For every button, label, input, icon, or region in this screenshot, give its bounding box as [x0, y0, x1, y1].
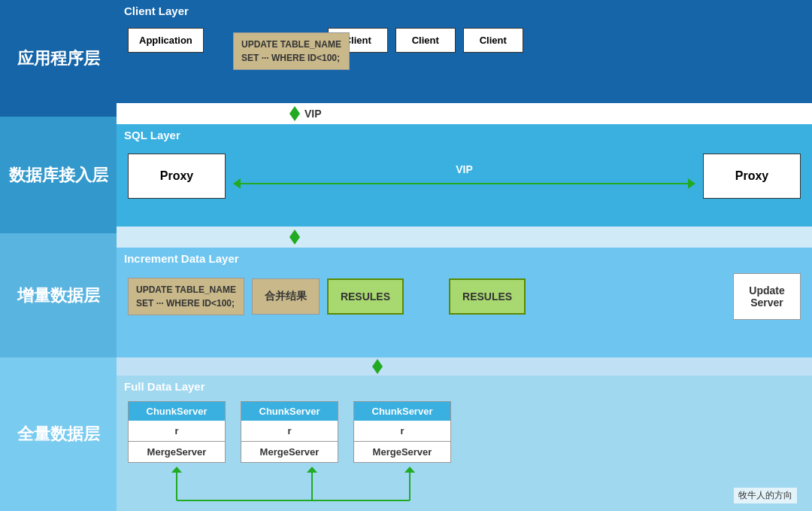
chunk-label-1: ChunkServer	[147, 406, 208, 417]
incr-inner: UPDATE TABLE_NAME SET ··· WHERE ID<100; …	[117, 269, 812, 324]
sql-tooltip-client: UPDATE TABLE_NAME SET ··· WHERE ID<100;	[233, 32, 350, 70]
vip-arrow-3	[372, 359, 383, 374]
full-label-text: 全量数据层	[17, 423, 100, 446]
merge-serve-1: MergeServer	[147, 442, 207, 462]
arrow-up-3	[372, 359, 383, 367]
resules-box-2: RESULES	[449, 278, 526, 315]
svg-marker-6	[404, 467, 415, 473]
main-container: 应用程序层 数据库接入层 增量数据层 全量数据层 Client Layer Ap…	[0, 0, 812, 511]
chunk-inner-1: r	[174, 421, 178, 441]
chunk-inner-label-2: r	[287, 425, 291, 436]
vip-arrow-2	[289, 230, 300, 245]
arrow-head-left	[233, 178, 241, 189]
proxy-box-2: Proxy	[703, 154, 801, 199]
merge-label: 合并结果	[265, 290, 307, 302]
proxy-box-1: Proxy	[128, 154, 226, 199]
chunk-inner-label-3: r	[400, 425, 404, 436]
chunk-server-1: ChunkServer r MergeServer	[128, 401, 226, 463]
sql-layer-title: SQL Layer	[117, 124, 812, 146]
incr-layer: Increment Data Layer UPDATE TABLE_NAME S…	[117, 248, 812, 357]
incr-label-text: 增量数据层	[17, 284, 100, 307]
chunk-label-2: ChunkServer	[259, 406, 320, 417]
vip-arrow-1	[289, 106, 300, 121]
vip-connector-2	[117, 227, 812, 248]
bottom-arrows-svg	[128, 467, 692, 504]
sql-layer: SQL Layer Proxy VIP Proxy	[117, 124, 812, 227]
vip-connector-1: VIP	[117, 103, 812, 124]
svg-marker-3	[307, 467, 317, 473]
merge-serve-2: MergeServer	[260, 442, 320, 462]
label-app: 应用程序层	[0, 0, 117, 117]
client-layer-title: Client Layer	[117, 0, 812, 22]
merge-box: 合并结果	[252, 278, 320, 315]
arrow-line-h	[241, 183, 688, 184]
label-incr: 增量数据层	[0, 233, 117, 357]
vip-middle: VIP	[233, 163, 695, 189]
client-box-3: Client	[463, 28, 523, 53]
incr-tooltip-line1: UPDATE TABLE_NAME	[136, 283, 236, 297]
chunk-top-1: ChunkServer	[129, 402, 225, 421]
incr-layer-title: Increment Data Layer	[117, 248, 812, 269]
client-inner: Application UPDATE TABLE_NAME SET ··· WH…	[117, 22, 812, 59]
chunk-server-2: ChunkServer r MergeServer	[241, 401, 338, 463]
left-labels: 应用程序层 数据库接入层 增量数据层 全量数据层	[0, 0, 117, 511]
update-server-box: UpdateServer	[733, 273, 801, 320]
label-db: 数据库接入层	[0, 117, 117, 233]
merge-serve-label-3: MergeServer	[373, 446, 432, 458]
resules-box-1: RESULES	[327, 278, 404, 315]
vip-horiz-label: VIP	[456, 163, 473, 175]
arrow-up-1	[289, 106, 300, 114]
arrow-down-3	[372, 367, 383, 374]
arrow-up-2	[289, 230, 300, 237]
vip-connector-3	[117, 357, 812, 376]
client-box-0: Application	[128, 28, 204, 53]
client-box-2: Client	[395, 28, 456, 53]
chunk-top-3: ChunkServer	[354, 402, 450, 421]
arrow-down-2	[289, 237, 300, 245]
arrow-down-1	[289, 114, 300, 121]
arrow-head-right	[688, 178, 695, 189]
merge-serve-label-2: MergeServer	[260, 446, 320, 458]
proxy2-label: Proxy	[735, 169, 768, 182]
incr-left-group: UPDATE TABLE_NAME SET ··· WHERE ID<100;	[128, 278, 244, 315]
merge-serve-3: MergeServer	[373, 442, 432, 462]
vip-label-1: VIP	[304, 108, 322, 120]
chunk-inner-label-1: r	[174, 425, 178, 436]
chunk-inner-2: r	[287, 421, 291, 441]
tooltip-line1: UPDATE TABLE_NAME	[241, 38, 341, 51]
resules2-label: RESULES	[462, 290, 512, 303]
app-label-text: 应用程序层	[17, 47, 100, 70]
tooltip-line2: SET ··· WHERE ID<100;	[241, 51, 341, 65]
chunk-label-3: ChunkServer	[372, 406, 433, 417]
resules1-label: RESULES	[341, 290, 390, 303]
watermark: 牧牛人的方向	[734, 488, 797, 503]
sql-inner: Proxy VIP Proxy	[117, 146, 812, 206]
chunk-inner-3: r	[400, 421, 404, 441]
label-full: 全量数据层	[0, 357, 117, 511]
merge-serve-label-1: MergeServer	[147, 446, 207, 458]
db-label-text: 数据库接入层	[9, 164, 108, 187]
client-layer: Client Layer Application UPDATE TABLE_NA…	[117, 0, 812, 103]
chunk-top-2: ChunkServer	[241, 402, 338, 421]
full-layer-title: Full Data Layer	[117, 376, 812, 397]
svg-marker-1	[171, 467, 182, 473]
watermark-text: 牧牛人的方向	[738, 490, 792, 500]
proxy1-label: Proxy	[160, 169, 193, 182]
incr-tooltip-line2: SET ··· WHERE ID<100;	[136, 297, 236, 310]
update-server-label: UpdateServer	[749, 284, 784, 309]
horiz-arrow	[233, 178, 695, 189]
full-layer: Full Data Layer ChunkServer r MergeServe…	[117, 376, 812, 511]
incr-tooltip: UPDATE TABLE_NAME SET ··· WHERE ID<100;	[128, 278, 244, 315]
right-content: Client Layer Application UPDATE TABLE_NA…	[117, 0, 812, 511]
full-inner: ChunkServer r MergeServer ChunkServer	[117, 397, 812, 467]
chunk-server-3: ChunkServer r MergeServer	[353, 401, 451, 463]
